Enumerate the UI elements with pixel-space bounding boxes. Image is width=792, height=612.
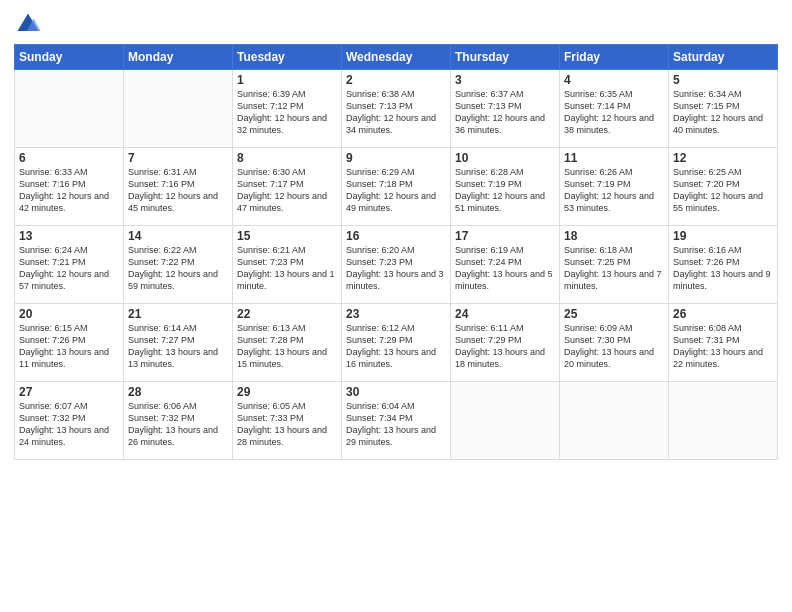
day-info: Sunrise: 6:22 AM Sunset: 7:22 PM Dayligh… [128, 244, 228, 293]
day-info: Sunrise: 6:31 AM Sunset: 7:16 PM Dayligh… [128, 166, 228, 215]
day-number: 30 [346, 385, 446, 399]
day-number: 22 [237, 307, 337, 321]
day-number: 16 [346, 229, 446, 243]
calendar-cell: 26Sunrise: 6:08 AM Sunset: 7:31 PM Dayli… [669, 304, 778, 382]
calendar-cell [451, 382, 560, 460]
day-number: 13 [19, 229, 119, 243]
day-number: 1 [237, 73, 337, 87]
weekday-header-friday: Friday [560, 45, 669, 70]
calendar-cell: 21Sunrise: 6:14 AM Sunset: 7:27 PM Dayli… [124, 304, 233, 382]
day-info: Sunrise: 6:11 AM Sunset: 7:29 PM Dayligh… [455, 322, 555, 371]
day-number: 4 [564, 73, 664, 87]
day-number: 14 [128, 229, 228, 243]
day-number: 10 [455, 151, 555, 165]
logo [14, 10, 44, 38]
day-info: Sunrise: 6:21 AM Sunset: 7:23 PM Dayligh… [237, 244, 337, 293]
day-number: 8 [237, 151, 337, 165]
weekday-header-monday: Monday [124, 45, 233, 70]
day-info: Sunrise: 6:07 AM Sunset: 7:32 PM Dayligh… [19, 400, 119, 449]
day-number: 19 [673, 229, 773, 243]
day-number: 5 [673, 73, 773, 87]
calendar-cell [669, 382, 778, 460]
day-number: 2 [346, 73, 446, 87]
day-info: Sunrise: 6:04 AM Sunset: 7:34 PM Dayligh… [346, 400, 446, 449]
calendar-cell: 9Sunrise: 6:29 AM Sunset: 7:18 PM Daylig… [342, 148, 451, 226]
day-number: 12 [673, 151, 773, 165]
weekday-header-tuesday: Tuesday [233, 45, 342, 70]
calendar-cell: 23Sunrise: 6:12 AM Sunset: 7:29 PM Dayli… [342, 304, 451, 382]
day-info: Sunrise: 6:12 AM Sunset: 7:29 PM Dayligh… [346, 322, 446, 371]
calendar-cell: 3Sunrise: 6:37 AM Sunset: 7:13 PM Daylig… [451, 70, 560, 148]
calendar-cell: 16Sunrise: 6:20 AM Sunset: 7:23 PM Dayli… [342, 226, 451, 304]
calendar-cell: 13Sunrise: 6:24 AM Sunset: 7:21 PM Dayli… [15, 226, 124, 304]
calendar-week-row: 27Sunrise: 6:07 AM Sunset: 7:32 PM Dayli… [15, 382, 778, 460]
calendar-cell: 11Sunrise: 6:26 AM Sunset: 7:19 PM Dayli… [560, 148, 669, 226]
day-number: 18 [564, 229, 664, 243]
day-info: Sunrise: 6:13 AM Sunset: 7:28 PM Dayligh… [237, 322, 337, 371]
calendar-cell: 20Sunrise: 6:15 AM Sunset: 7:26 PM Dayli… [15, 304, 124, 382]
calendar-cell: 25Sunrise: 6:09 AM Sunset: 7:30 PM Dayli… [560, 304, 669, 382]
day-number: 26 [673, 307, 773, 321]
weekday-header-saturday: Saturday [669, 45, 778, 70]
day-info: Sunrise: 6:30 AM Sunset: 7:17 PM Dayligh… [237, 166, 337, 215]
calendar-cell [560, 382, 669, 460]
day-number: 3 [455, 73, 555, 87]
calendar-cell: 15Sunrise: 6:21 AM Sunset: 7:23 PM Dayli… [233, 226, 342, 304]
calendar-cell: 30Sunrise: 6:04 AM Sunset: 7:34 PM Dayli… [342, 382, 451, 460]
calendar-week-row: 13Sunrise: 6:24 AM Sunset: 7:21 PM Dayli… [15, 226, 778, 304]
calendar-cell [15, 70, 124, 148]
calendar-cell: 17Sunrise: 6:19 AM Sunset: 7:24 PM Dayli… [451, 226, 560, 304]
calendar-cell: 10Sunrise: 6:28 AM Sunset: 7:19 PM Dayli… [451, 148, 560, 226]
calendar-cell: 19Sunrise: 6:16 AM Sunset: 7:26 PM Dayli… [669, 226, 778, 304]
day-info: Sunrise: 6:18 AM Sunset: 7:25 PM Dayligh… [564, 244, 664, 293]
day-info: Sunrise: 6:19 AM Sunset: 7:24 PM Dayligh… [455, 244, 555, 293]
day-number: 28 [128, 385, 228, 399]
calendar-week-row: 6Sunrise: 6:33 AM Sunset: 7:16 PM Daylig… [15, 148, 778, 226]
page: SundayMondayTuesdayWednesdayThursdayFrid… [0, 0, 792, 612]
logo-icon [14, 10, 42, 38]
day-number: 20 [19, 307, 119, 321]
calendar-week-row: 1Sunrise: 6:39 AM Sunset: 7:12 PM Daylig… [15, 70, 778, 148]
day-number: 6 [19, 151, 119, 165]
day-info: Sunrise: 6:26 AM Sunset: 7:19 PM Dayligh… [564, 166, 664, 215]
day-info: Sunrise: 6:37 AM Sunset: 7:13 PM Dayligh… [455, 88, 555, 137]
day-info: Sunrise: 6:05 AM Sunset: 7:33 PM Dayligh… [237, 400, 337, 449]
calendar-cell: 2Sunrise: 6:38 AM Sunset: 7:13 PM Daylig… [342, 70, 451, 148]
day-info: Sunrise: 6:34 AM Sunset: 7:15 PM Dayligh… [673, 88, 773, 137]
day-number: 21 [128, 307, 228, 321]
calendar-cell: 29Sunrise: 6:05 AM Sunset: 7:33 PM Dayli… [233, 382, 342, 460]
calendar-cell: 6Sunrise: 6:33 AM Sunset: 7:16 PM Daylig… [15, 148, 124, 226]
day-info: Sunrise: 6:39 AM Sunset: 7:12 PM Dayligh… [237, 88, 337, 137]
day-info: Sunrise: 6:38 AM Sunset: 7:13 PM Dayligh… [346, 88, 446, 137]
calendar-cell: 7Sunrise: 6:31 AM Sunset: 7:16 PM Daylig… [124, 148, 233, 226]
day-number: 24 [455, 307, 555, 321]
day-number: 23 [346, 307, 446, 321]
calendar-cell: 28Sunrise: 6:06 AM Sunset: 7:32 PM Dayli… [124, 382, 233, 460]
header [14, 10, 778, 38]
calendar-cell: 22Sunrise: 6:13 AM Sunset: 7:28 PM Dayli… [233, 304, 342, 382]
day-info: Sunrise: 6:09 AM Sunset: 7:30 PM Dayligh… [564, 322, 664, 371]
weekday-header-sunday: Sunday [15, 45, 124, 70]
day-number: 17 [455, 229, 555, 243]
day-number: 15 [237, 229, 337, 243]
calendar-table: SundayMondayTuesdayWednesdayThursdayFrid… [14, 44, 778, 460]
calendar-week-row: 20Sunrise: 6:15 AM Sunset: 7:26 PM Dayli… [15, 304, 778, 382]
day-number: 7 [128, 151, 228, 165]
day-info: Sunrise: 6:29 AM Sunset: 7:18 PM Dayligh… [346, 166, 446, 215]
day-info: Sunrise: 6:35 AM Sunset: 7:14 PM Dayligh… [564, 88, 664, 137]
calendar-cell: 27Sunrise: 6:07 AM Sunset: 7:32 PM Dayli… [15, 382, 124, 460]
calendar-cell [124, 70, 233, 148]
day-info: Sunrise: 6:15 AM Sunset: 7:26 PM Dayligh… [19, 322, 119, 371]
weekday-header-wednesday: Wednesday [342, 45, 451, 70]
day-info: Sunrise: 6:08 AM Sunset: 7:31 PM Dayligh… [673, 322, 773, 371]
day-info: Sunrise: 6:28 AM Sunset: 7:19 PM Dayligh… [455, 166, 555, 215]
day-number: 25 [564, 307, 664, 321]
day-info: Sunrise: 6:25 AM Sunset: 7:20 PM Dayligh… [673, 166, 773, 215]
weekday-header-row: SundayMondayTuesdayWednesdayThursdayFrid… [15, 45, 778, 70]
day-info: Sunrise: 6:24 AM Sunset: 7:21 PM Dayligh… [19, 244, 119, 293]
calendar-cell: 5Sunrise: 6:34 AM Sunset: 7:15 PM Daylig… [669, 70, 778, 148]
calendar-cell: 1Sunrise: 6:39 AM Sunset: 7:12 PM Daylig… [233, 70, 342, 148]
day-info: Sunrise: 6:33 AM Sunset: 7:16 PM Dayligh… [19, 166, 119, 215]
calendar-cell: 4Sunrise: 6:35 AM Sunset: 7:14 PM Daylig… [560, 70, 669, 148]
calendar-cell: 14Sunrise: 6:22 AM Sunset: 7:22 PM Dayli… [124, 226, 233, 304]
